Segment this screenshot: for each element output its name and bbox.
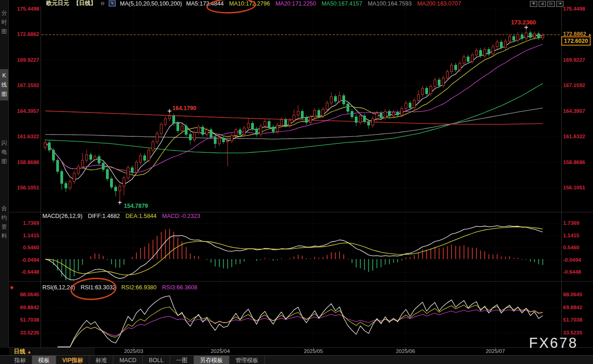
left-sidebar: 分时图K线图闪电图合约资料 (0, 0, 9, 348)
collapse-icon[interactable]: ⊖ (100, 0, 105, 6)
price-annotation: 164.1790 (168, 105, 196, 113)
price-axis-label: 0.5460 (563, 245, 579, 250)
price-axis-label: 158.8686 (9, 159, 39, 165)
price-axis-label: 88.0645 (563, 292, 582, 297)
price-axis-label: 1.1415 (563, 233, 579, 238)
svg-text:154.7879: 154.7879 (124, 203, 148, 209)
axis-right-chart-icon[interactable]: ▷ (547, 1, 555, 7)
bottom-toolbar: 指标模板VIP指标标准MACDBOLL一图另存模板管理模板 (0, 355, 593, 364)
price-axis-label: 158.8686 (563, 159, 585, 165)
price-axis-label: -0.6448 (9, 269, 39, 275)
ma-values: MA5:172.4844MA10:172.2796MA20:171.2250MA… (186, 0, 461, 7)
period-tag: 【日线】 (73, 0, 96, 7)
toolbar-item-indicator[interactable]: 指标 (8, 356, 32, 364)
panel-divider (8, 212, 593, 212)
rsi3-value: RSI3:66.3608 (162, 284, 197, 291)
price-axis-label: 33.5235 (9, 330, 39, 335)
toolbar-item-standard[interactable]: 标准 (89, 356, 113, 364)
price-axis-label: 167.1592 (9, 82, 39, 88)
price-axis-label: 51.7038 (563, 317, 582, 323)
exit-pane-icon[interactable]: ⇥ (556, 1, 564, 7)
toolbar-item-macd[interactable]: MACD (113, 356, 143, 364)
rsi-name: RSI(6,12,24) (42, 284, 75, 291)
price-axis-label: 169.9227 (563, 57, 585, 63)
price-axis-label: 69.8842 (9, 305, 39, 310)
month-label: 2025/03 (124, 348, 143, 354)
toolbar-item-save-template[interactable]: 另存模板 (194, 356, 229, 364)
ma-value-0: MA5:172.4844 (186, 0, 223, 7)
macd-diff: DIFF:1.4682 (88, 213, 120, 219)
toolbar-item-manage-template[interactable]: 管理模板 (229, 356, 265, 364)
axis-up-chart-icon[interactable]: ⊿ (539, 1, 546, 7)
candlestick-chart[interactable]: 164.1790154.7879173.2360 (41, 6, 561, 212)
price-axis-label: 175.4498 (9, 6, 39, 12)
axis-border-right (561, 6, 562, 348)
macd-dea: DEA:1.5844 (125, 213, 156, 219)
svg-text:173.2360: 173.2360 (511, 19, 536, 26)
price-axis-label: 51.7038 (9, 317, 39, 323)
price-axis-label: 164.3957 (9, 108, 39, 114)
price-axis-label: -0.0494 (563, 257, 581, 263)
price-axis-label: 161.6322 (9, 134, 39, 139)
macd-value: MACD:-0.2323 (162, 213, 200, 219)
rsi-panel[interactable] (41, 282, 561, 348)
price-axis-label: 156.1051 (9, 185, 39, 190)
ma-value-4: MA100:164.7593 (368, 0, 411, 7)
month-label: 2025/07 (486, 348, 505, 354)
sidebar-tab-2[interactable]: K线图 (0, 69, 8, 100)
price-axis-label: 156.1051 (563, 185, 585, 190)
ma-value-2: MA20:171.2250 (276, 0, 316, 7)
toolbar-item-boll[interactable]: BOLL (143, 356, 170, 364)
price-axis-label: 167.1592 (563, 82, 585, 88)
price-axis-label: -0.6448 (563, 269, 581, 275)
ma-indicator-icon[interactable]: ∿ (109, 0, 116, 6)
macd-panel[interactable] (41, 213, 561, 281)
chart-header: 欧元日元 【日线】 ⊖ ∿ MA(5,10,20,50,100,200) MA5… (46, 0, 461, 7)
price-axis-label: 1.7369 (9, 220, 39, 226)
time-axis-row: 日线 ▲ 2025/032025/042025/052025/062025/07 (8, 348, 593, 355)
rsi1-value: RSI1:63.3032 (81, 284, 116, 291)
period-selector[interactable]: 日线 ▲ (9, 348, 95, 355)
candles-layer (44, 29, 544, 200)
ma-settings-label: MA(5,10,20,50,100,200) (120, 0, 182, 7)
sidebar-tab-1[interactable]: 分时图 (0, 6, 8, 38)
price-annotation: 154.7879 (118, 200, 148, 209)
toolbar-item-vip-indicator[interactable]: VIP指标 (56, 356, 89, 364)
ma-value-1: MA10:172.2796 (229, 0, 270, 7)
period-label[interactable]: 日线 ▲ (14, 348, 31, 356)
month-label: 2025/05 (304, 348, 323, 354)
svg-text:164.1790: 164.1790 (172, 105, 196, 112)
toolbar-item-template[interactable]: 模板 (32, 356, 56, 364)
price-axis-label: 161.6322 (563, 134, 585, 139)
current-price-tag: 172.6020 (561, 36, 591, 46)
pan-icon[interactable]: ✛ (530, 1, 537, 7)
price-axis-label: 0.5460 (9, 245, 39, 250)
price-axis-label: 69.8842 (563, 305, 582, 310)
macd-name: MACD(26,12,9) (42, 213, 82, 219)
price-axis-label: 172.6862 (9, 31, 39, 37)
price-axis-label: 88.0645 (9, 292, 39, 297)
price-axis-label: 169.9227 (9, 57, 39, 63)
price-axis-label: 175.4498 (563, 6, 585, 12)
month-label: 2025/06 (396, 348, 415, 354)
price-axis-label: 164.3957 (563, 108, 585, 114)
price-axis-label: -0.0494 (9, 257, 39, 263)
watermark: FX678 (529, 335, 578, 352)
sidebar-tab-3[interactable]: 闪电图 (0, 136, 8, 168)
window-icons: ✛⊿▷⇥ (530, 1, 564, 7)
toolbar-item-one-chart[interactable]: 一图 (170, 356, 194, 364)
ma-value-5: MA200:163.0707 (417, 0, 461, 7)
rsi-star-icon[interactable]: ✷ (9, 284, 14, 291)
symbol-title: 欧元日元 (46, 0, 69, 7)
month-label: 2025/04 (211, 348, 230, 354)
rsi2-value: RSI2:66.9380 (121, 284, 156, 291)
ma-value-3: MA50:167.4157 (322, 0, 362, 7)
rsi-header: RSI(6,12,24) RSI1:63.3032 RSI2:66.9380 R… (42, 284, 197, 291)
price-axis-label: 1.7369 (563, 220, 579, 226)
price-annotation: 173.2360 (511, 19, 536, 29)
period-arrow-icon: ▲ (27, 349, 31, 354)
macd-header: MACD(26,12,9) DIFF:1.4682 DEA:1.5844 MAC… (42, 213, 200, 219)
sidebar-tab-4[interactable]: 合约资料 (0, 202, 8, 242)
axis-border-left (41, 6, 41, 348)
price-axis-label: 1.1415 (9, 233, 39, 238)
